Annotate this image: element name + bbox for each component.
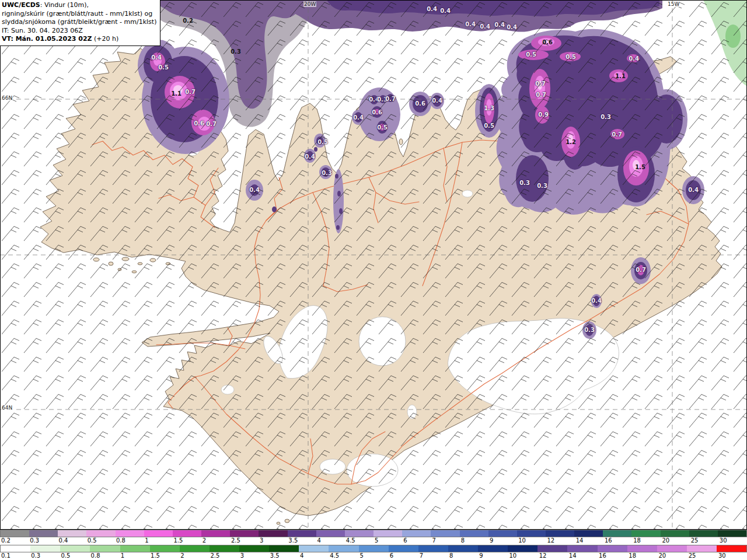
legend-threshold-value: 4 <box>299 552 329 560</box>
legend-color-cell <box>30 545 60 552</box>
legend-threshold-value: 0.5 <box>60 552 89 560</box>
legend: 0.20.30.40.50.811.522.533.544.5567891012… <box>0 530 747 560</box>
map-title: : Vindur (10m), <box>40 1 89 9</box>
legend-threshold-value: 9 <box>478 552 508 560</box>
legend-threshold-value: 1 <box>144 537 172 545</box>
legend-color-cell <box>718 530 746 537</box>
model-name: UWC/ECDS <box>2 1 40 9</box>
legend-color-cell <box>1 545 30 552</box>
wind-barbs-field <box>0 0 747 530</box>
legend-threshold-value: 16 <box>598 552 627 560</box>
legend-color-cell <box>60 545 90 552</box>
legend-color-cell <box>389 545 418 552</box>
legend-color-cell <box>517 530 546 537</box>
init-time: IT: Sun. 30. 04. 2023 06Z <box>2 27 156 36</box>
legend-color-cell <box>478 545 508 552</box>
legend-threshold-value: 10 <box>517 537 546 545</box>
legend-row-sleet-snow: 0.20.30.40.50.811.522.533.544.5567891012… <box>0 530 747 545</box>
legend-color-cell <box>210 545 239 552</box>
legend-color-cell <box>180 545 210 552</box>
legend-desc-rain: rigning/skúrir (grænt/blátt/rautt - mm/1… <box>2 10 156 19</box>
legend-threshold-value: 5 <box>358 552 388 560</box>
map-canvas <box>0 0 747 530</box>
legend-threshold-value: 0.2 <box>0 537 29 545</box>
map-title-line: UWC/ECDS: Vindur (10m), <box>2 1 156 10</box>
legend-threshold-value: 3 <box>239 552 269 560</box>
legend-color-cell <box>299 545 329 552</box>
legend-color-cell <box>58 530 86 537</box>
legend-threshold-value: 1 <box>120 552 149 560</box>
legend-color-cell <box>359 545 389 552</box>
legend-color-cell <box>269 545 299 552</box>
legend-color-cell <box>239 545 269 552</box>
legend-color-cell <box>689 530 718 537</box>
legend-color-cell <box>661 530 689 537</box>
legend-color-cell <box>574 530 603 537</box>
valid-time-line: VT: Mán. 01.05.2023 02Z (+20 h) <box>2 35 156 44</box>
legend-color-cell <box>537 545 567 552</box>
legend-threshold-value: 7 <box>418 552 448 560</box>
legend-color-cell <box>201 530 230 537</box>
forecast-info-box: UWC/ECDS: Vindur (10m), rigning/skúrir (… <box>0 0 160 46</box>
legend-threshold-value: 14 <box>575 537 603 545</box>
legend-color-cell <box>374 530 402 537</box>
legend-threshold-value: 6 <box>402 537 431 545</box>
forecast-offset: (+20 h) <box>92 35 119 43</box>
legend-color-cell <box>90 545 120 552</box>
legend-threshold-value: 12 <box>538 552 568 560</box>
legend-color-cell <box>120 545 150 552</box>
legend-threshold-value: 0.5 <box>86 537 115 545</box>
legend-threshold-value: 20 <box>657 552 687 560</box>
legend-threshold-value: 0.8 <box>115 537 144 545</box>
legend-color-cell <box>345 530 374 537</box>
legend-color-cell <box>631 530 660 537</box>
forecast-map: 0.20.30.40.40.40.40.40.40.60.50.50.41.10… <box>0 0 747 530</box>
legend-threshold-value: 8 <box>460 537 488 545</box>
legend-color-cell <box>150 545 180 552</box>
legend-threshold-value: 3.5 <box>269 552 299 560</box>
legend-color-cell <box>567 545 597 552</box>
legend-threshold-value: 2.5 <box>209 552 239 560</box>
legend-threshold-value: 1.5 <box>149 552 179 560</box>
legend-threshold-value: 30 <box>717 552 747 560</box>
sleet-snow-scale-values: 0.20.30.40.50.811.522.533.544.5567891012… <box>0 537 747 545</box>
legend-threshold-value: 18 <box>627 552 657 560</box>
legend-color-cell <box>627 545 657 552</box>
legend-color-cell <box>316 530 345 537</box>
legend-threshold-value: 0.8 <box>90 552 120 560</box>
legend-row-rain: 0.10.30.50.811.522.533.544.5567891012141… <box>0 545 747 560</box>
legend-threshold-value: 25 <box>690 537 718 545</box>
legend-color-cell <box>259 530 287 537</box>
legend-color-cell <box>546 530 574 537</box>
legend-color-cell <box>329 545 358 552</box>
legend-desc-sleet: slydda/snjókoma (grátt/bleikt/grænt - mm… <box>2 18 156 27</box>
legend-color-cell <box>603 530 631 537</box>
legend-threshold-value: 2.5 <box>230 537 259 545</box>
legend-threshold-value: 4.5 <box>345 537 374 545</box>
legend-color-cell <box>86 530 115 537</box>
legend-color-cell <box>402 530 431 537</box>
legend-threshold-value: 10 <box>508 552 537 560</box>
legend-threshold-value: 8 <box>448 552 478 560</box>
legend-threshold-value: 1.5 <box>172 537 201 545</box>
legend-color-cell <box>418 545 448 552</box>
legend-color-cell <box>687 545 717 552</box>
legend-threshold-value: 3 <box>259 537 287 545</box>
legend-color-cell <box>230 530 259 537</box>
legend-threshold-value: 20 <box>661 537 689 545</box>
legend-threshold-value: 14 <box>568 552 598 560</box>
legend-threshold-value: 30 <box>718 537 747 545</box>
legend-threshold-value: 18 <box>632 537 661 545</box>
legend-threshold-value: 2 <box>179 552 209 560</box>
legend-threshold-value: 0.3 <box>30 552 60 560</box>
valid-time: VT: Mán. 01.05.2023 02Z <box>2 35 92 43</box>
legend-threshold-value: 0.4 <box>57 537 86 545</box>
legend-color-cell <box>460 530 488 537</box>
legend-color-cell <box>116 530 144 537</box>
rain-scale-values: 0.10.30.50.811.522.533.544.5567891012141… <box>0 552 747 560</box>
legend-threshold-value: 2 <box>201 537 230 545</box>
legend-threshold-value: 4.5 <box>329 552 358 560</box>
legend-color-cell <box>717 545 746 552</box>
legend-color-cell <box>288 530 316 537</box>
legend-color-cell <box>29 530 58 537</box>
